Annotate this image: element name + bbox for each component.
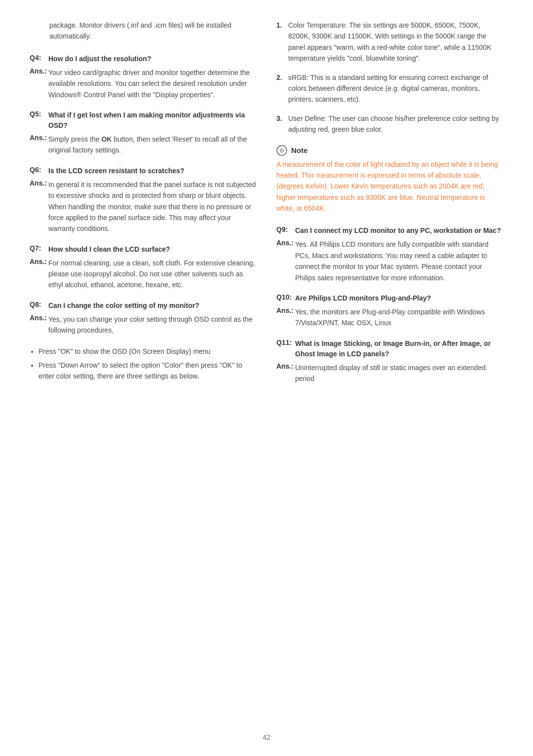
a8-text: Yes, you can change your color setting t… [48, 314, 257, 336]
q6-text: Is the LCD screen resistant to scratches… [48, 166, 184, 176]
a11-label: Ans.: [276, 362, 295, 370]
q4-text: How do I adjust the resolution? [48, 54, 151, 64]
note-label: Note [291, 146, 307, 154]
color-setting-2: 2. sRGB: This is a standard setting for … [276, 72, 503, 105]
a10-label: Ans.: [276, 306, 295, 314]
color-setting-1: 1. Color Temperature: The six settings a… [276, 20, 503, 64]
q5-text: What if I get lost when I am making moni… [48, 110, 257, 131]
note-box: ⊜ Note A measurement of the color of lig… [276, 145, 503, 214]
q10-label: Q10: [276, 293, 295, 301]
a7-label: Ans.: [30, 258, 48, 265]
a6-label: Ans.: [30, 179, 48, 187]
q6-label: Q6: [30, 166, 48, 174]
left-column: package. Monitor drivers (.inf and .icm … [30, 20, 257, 394]
note-header: ⊜ Note [276, 145, 503, 156]
list-text-3: User Define: The user can choose his/her… [288, 113, 503, 135]
q8-text: Can I change the color setting of my mon… [48, 301, 199, 311]
qa-block-q11: Q11: What is Image Sticking, or Image Bu… [276, 339, 503, 384]
qa-block-q6: Q6: Is the LCD screen resistant to scrat… [30, 166, 257, 234]
qa-block-q9: Q9: Can I connect my LCD monitor to any … [276, 226, 503, 283]
q9-label: Q9: [276, 226, 295, 233]
bullet-item-2: Press "Down Arrow" to select the option … [38, 360, 257, 382]
intro-text: package. Monitor drivers (.inf and .icm … [30, 20, 257, 42]
page-footer: 42 [0, 723, 533, 746]
qa-block-q7: Q7: How should I clean the LCD surface? … [30, 244, 257, 291]
a4-label: Ans.: [30, 67, 48, 75]
list-num-3: 3. [276, 113, 288, 135]
list-text-2: sRGB: This is a standard setting for ens… [288, 72, 503, 105]
right-column: 1. Color Temperature: The six settings a… [276, 20, 503, 394]
a7-text: For normal cleaning, use a clean, soft c… [48, 258, 257, 291]
a4-text: Your video card/graphic driver and monit… [48, 67, 257, 100]
note-text: A measurement of the color of light radi… [276, 159, 503, 214]
svg-text:⊜: ⊜ [279, 147, 284, 154]
q5-label: Q5: [30, 110, 48, 118]
qa-block-q5: Q5: What if I get lost when I am making … [30, 110, 257, 156]
q4-label: Q4: [30, 54, 48, 62]
page-number: 42 [263, 733, 270, 741]
list-text-1: Color Temperature: The six settings are … [288, 20, 503, 64]
a6-text: In general it is recommended that the pa… [48, 179, 257, 234]
q10-text: Are Philips LCD monitors Plug-and-Play? [295, 293, 431, 303]
q7-label: Q7: [30, 244, 48, 252]
list-num-1: 1. [276, 20, 288, 64]
a10-text: Yes, the monitors are Plug-and-Play comp… [295, 306, 503, 329]
a11-text: Uninterrupted display of still or static… [295, 362, 503, 384]
q7-text: How should I clean the LCD surface? [48, 244, 170, 255]
color-settings-list: 1. Color Temperature: The six settings a… [276, 20, 503, 135]
qa-block-q10: Q10: Are Philips LCD monitors Plug-and-P… [276, 293, 503, 329]
bullet-item-1: Press "OK" to show the OSD (On Screen Di… [38, 346, 257, 357]
qa-block-q4: Q4: How do I adjust the resolution? Ans.… [30, 54, 257, 100]
note-icon: ⊜ [276, 145, 287, 156]
q9-text: Can I connect my LCD monitor to any PC, … [295, 226, 501, 236]
a9-label: Ans.: [276, 239, 295, 247]
color-setting-3: 3. User Define: The user can choose his/… [276, 113, 503, 135]
a5-label: Ans.: [30, 134, 48, 142]
q11-text: What is Image Sticking, or Image Burn-in… [295, 339, 503, 359]
qa-block-q8: Q8: Can I change the color setting of my… [30, 301, 257, 336]
a8-label: Ans.: [30, 314, 48, 322]
q8-label: Q8: [30, 301, 48, 308]
a9-text: Yes. All Philips LCD monitors are fully … [295, 239, 503, 283]
q11-label: Q11: [276, 339, 295, 346]
a5-text: Simply press the OK button, then select … [48, 134, 257, 156]
color-setting-bullets: Press "OK" to show the OSD (On Screen Di… [30, 346, 257, 382]
list-num-2: 2. [276, 72, 288, 105]
